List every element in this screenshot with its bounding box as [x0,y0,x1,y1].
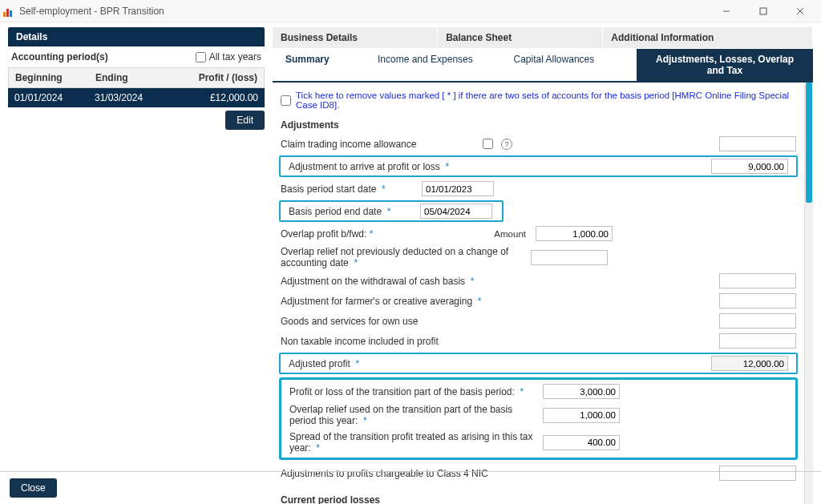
details-header: Details [8,27,265,46]
window-title: Self-employment - BPR Transition [19,6,164,17]
farmers-label: Adjustment for farmer's or creative aver… [281,296,714,307]
basis-end-field[interactable] [420,204,492,219]
non-taxable-label: Non taxable income included in profit [281,336,714,347]
close-button[interactable]: Close [10,478,57,498]
sub-tabs: Summary Income and Expenses Capital Allo… [273,49,813,83]
details-panel: Details Accounting period(s) All tax yea… [8,27,265,471]
cell-profit-loss: £12,000.00 [168,88,265,107]
overlap-transition-label: Overlap relief used on the transition pa… [289,404,538,426]
all-tax-years-label: All tax years [209,51,261,62]
edit-button[interactable]: Edit [225,111,265,130]
col-profit-loss: Profit / (loss) [169,68,264,87]
scrollbar-thumb[interactable] [806,83,812,203]
transition-pl-field[interactable] [543,384,620,399]
subtab-summary[interactable]: Summary [273,49,365,81]
tab-additional-info[interactable]: Additional Information [603,27,813,48]
section-adjustments-header: Adjustments [273,116,804,134]
period-row[interactable]: 01/01/2024 31/03/2024 £12,000.00 [8,88,265,107]
subtab-adjustments[interactable]: Adjustments, Losses, Overlap and Tax [637,49,813,81]
overlap-transition-field[interactable] [543,408,620,423]
subtab-capital-allowances[interactable]: Capital Allowances [501,49,637,81]
minimize-button[interactable] [709,2,744,20]
help-icon[interactable]: ? [501,139,512,150]
goods-label: Goods and services for own use [281,316,714,327]
basis-end-label: Basis period end date * [289,206,415,217]
overlap-bfwd-field[interactable] [536,226,613,241]
all-tax-years-checkbox[interactable] [196,52,206,62]
top-tabs: Business Details Balance Sheet Additiona… [273,27,813,49]
claim-trading-allowance-label: Claim trading income allowance [281,139,478,150]
tab-balance-sheet[interactable]: Balance Sheet [438,27,603,48]
maximize-button[interactable] [746,2,781,20]
vertical-scrollbar[interactable] [804,83,813,504]
close-window-button[interactable] [783,2,818,20]
non-taxable-field[interactable] [719,333,796,349]
cell-ending: 31/03/2024 [88,88,168,107]
window-titlebar: Self-employment - BPR Transition [0,0,821,22]
col-beginning: Beginning [9,68,89,87]
claim-trading-allowance-checkbox[interactable] [483,139,493,149]
cell-beginning: 01/01/2024 [8,88,88,107]
basis-start-label: Basis period start date * [281,183,417,195]
farmers-field[interactable] [719,293,796,308]
overlap-bfwd-label: Overlap profit b/fwd: * [281,228,481,240]
adjustment-arrive-label: Adjustment to arrive at profit or loss * [289,161,706,172]
tab-business-details[interactable]: Business Details [273,27,438,48]
tick-remove-values-checkbox[interactable] [281,95,291,106]
tick-remove-values-label: Tick here to remove values marked [ * ] … [296,91,796,110]
withdrawal-cash-field[interactable] [719,273,796,288]
basis-start-field[interactable] [422,181,494,196]
goods-field[interactable] [719,313,796,329]
withdrawal-cash-label: Adjustment on the withdrawal of cash bas… [281,276,714,287]
overlap-not-deducted-label: Overlap relief not previously deducted o… [281,246,521,268]
overlap-not-deducted-field[interactable] [531,250,608,265]
claim-trading-allowance-field[interactable] [719,136,796,151]
accounting-periods-label: Accounting period(s) [11,51,108,62]
adjusted-profit-field [711,356,788,371]
subtab-income-expenses[interactable]: Income and Expenses [365,49,501,81]
periods-grid-header: Beginning Ending Profit / (loss) [8,67,265,88]
adjustment-arrive-field[interactable] [711,159,788,174]
form-scroll-area: Tick here to remove values marked [ * ] … [273,83,804,504]
app-logo-icon [3,6,14,17]
spread-label: Spread of the transition profit treated … [289,431,538,454]
col-ending: Ending [89,68,169,87]
amount-label: Amount [486,229,526,239]
transition-pl-label: Profit or loss of the transition part of… [289,386,538,397]
main-panel: Business Details Balance Sheet Additiona… [273,27,813,471]
svg-rect-1 [760,8,766,14]
spread-field[interactable] [543,435,620,450]
transition-group: Profit or loss of the transition part of… [279,377,798,460]
adjusted-profit-label: Adjusted profit * [289,358,706,369]
